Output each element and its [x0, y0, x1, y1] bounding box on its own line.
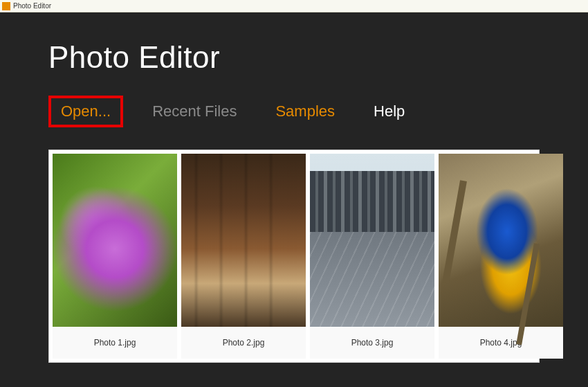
thumbnail-item[interactable]: Photo 3.jpg — [310, 154, 434, 359]
app-icon — [2, 2, 10, 10]
thumbnail-caption: Photo 1.jpg — [53, 327, 177, 359]
help-button[interactable]: Help — [364, 98, 414, 125]
thumbnail-image — [439, 154, 563, 327]
nav-bar: Open... Recent Files Samples Help — [48, 96, 540, 127]
thumbnail-strip: Photo 1.jpg Photo 2.jpg Photo 3.jpg Phot… — [48, 150, 540, 363]
page-title: Photo Editor — [48, 40, 540, 75]
thumbnail-item[interactable]: Photo 4.jpg — [439, 154, 563, 359]
thumbnail-caption: Photo 4.jpg — [439, 327, 563, 359]
thumbnail-image — [310, 154, 434, 327]
window-titlebar: Photo Editor — [0, 0, 588, 12]
thumbnail-caption: Photo 2.jpg — [181, 327, 306, 359]
open-button[interactable]: Open... — [48, 96, 123, 127]
recent-files-button[interactable]: Recent Files — [143, 98, 246, 125]
main-content: Photo Editor Open... Recent Files Sample… — [0, 12, 588, 363]
window-title: Photo Editor — [13, 2, 51, 10]
thumbnail-item[interactable]: Photo 1.jpg — [53, 154, 177, 359]
thumbnail-image — [181, 154, 306, 327]
thumbnail-image — [53, 154, 177, 327]
thumbnail-item[interactable]: Photo 2.jpg — [181, 154, 306, 359]
thumbnail-caption: Photo 3.jpg — [310, 327, 434, 359]
samples-button[interactable]: Samples — [266, 98, 344, 125]
